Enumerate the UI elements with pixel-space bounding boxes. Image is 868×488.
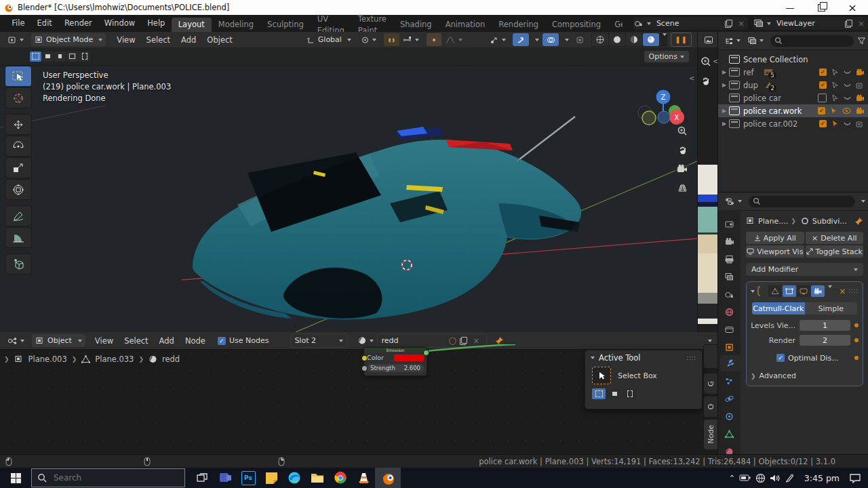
pen-icon[interactable] (785, 473, 795, 483)
tool-mode-set[interactable] (592, 388, 606, 399)
expand-icon[interactable]: ▶ (722, 82, 729, 88)
selectable-icon[interactable] (831, 94, 839, 102)
outliner-row-scene-collection[interactable]: Scene Collection (718, 53, 868, 66)
tab-particles[interactable] (718, 373, 741, 389)
overlays-toggle[interactable] (542, 33, 559, 46)
hide-viewport-icon[interactable] (844, 83, 851, 88)
tab-object-data[interactable] (718, 426, 741, 442)
taskbar-app-vlc[interactable] (352, 468, 375, 488)
image-editor-type-button[interactable] (701, 33, 717, 46)
tool-transform[interactable] (5, 179, 32, 200)
select-mode-subtract[interactable] (54, 52, 66, 62)
tool-scale[interactable] (5, 157, 32, 178)
select-box-tool-icon[interactable] (592, 367, 611, 384)
scene-selector[interactable]: Scene × (633, 17, 748, 30)
delete-all-button[interactable]: ×Delete All (806, 232, 864, 244)
menu-edit[interactable]: Edit (31, 15, 58, 32)
tab-scene[interactable] (718, 286, 741, 302)
panel-collapse-chevron[interactable] (751, 290, 755, 293)
viewport-options-button[interactable]: Options (644, 51, 689, 62)
tool-annotate[interactable] (5, 205, 32, 226)
optimal-decorator[interactable] (854, 356, 859, 360)
proportional-edit-toggle[interactable] (427, 33, 441, 46)
workspace-tab-compositing[interactable]: Compositing (545, 18, 608, 32)
breadcrumb-object[interactable]: Plane.003 (28, 354, 67, 364)
shader-type-dropdown[interactable]: Object (32, 334, 85, 347)
panel-drag-handle[interactable]: :::: (686, 355, 696, 361)
ortho-toggle-button[interactable] (674, 180, 690, 196)
workspace-tab-geometry-nodes[interactable]: Geometry Nod (608, 18, 623, 32)
taskbar-app-file-explorer[interactable] (306, 468, 329, 488)
expand-icon[interactable]: ▶ (722, 108, 729, 114)
color-input-socket[interactable] (361, 355, 368, 361)
outliner-row-police-car[interactable]: police car (718, 92, 868, 104)
tab-view-layer[interactable] (718, 268, 741, 285)
tool-mode-extend[interactable] (608, 388, 621, 399)
tab-physics[interactable] (718, 390, 741, 407)
copy-material-icon[interactable] (460, 337, 466, 344)
xray-toggle[interactable] (572, 33, 588, 46)
tool-rotate[interactable] (5, 136, 32, 157)
workspace-tab-rendering[interactable]: Rendering (492, 18, 545, 32)
camera-view-button[interactable] (674, 161, 690, 177)
network-globe-icon[interactable] (755, 473, 766, 483)
disable-render-icon[interactable] (856, 68, 865, 76)
new-scene-icon[interactable] (725, 20, 731, 27)
apply-all-button[interactable]: Apply All (746, 232, 804, 244)
menu-file[interactable]: File (5, 15, 31, 32)
close-button[interactable]: × (837, 0, 868, 15)
slot-dropdown[interactable]: Slot 2 (290, 333, 347, 348)
sidebar-tab-o[interactable]: O (703, 396, 717, 418)
taskbar-app-blender[interactable] (375, 468, 401, 488)
disable-render-icon[interactable] (856, 120, 865, 127)
taskbar-app-edge[interactable] (283, 468, 306, 488)
optimal-display-checkbox[interactable]: ✓ (776, 354, 785, 362)
zoom-button[interactable] (674, 123, 690, 139)
shader-editor-type-button[interactable] (4, 334, 28, 347)
modifier-delete-icon[interactable]: × (839, 287, 846, 296)
add-modifier-dropdown[interactable]: Add Modifier (746, 263, 863, 276)
show-gizmo-dropdown[interactable] (486, 33, 509, 46)
breadcrumb-modifier[interactable]: Subdivi... (812, 217, 847, 226)
transform-orientation-dropdown[interactable]: Global (303, 33, 355, 46)
levels-decorator[interactable] (854, 323, 859, 327)
select-mode-extend[interactable] (42, 52, 54, 62)
tool-mode-subtract[interactable] (623, 388, 637, 399)
exclude-checkbox[interactable]: ✓ (819, 68, 827, 76)
modifier-viewport-toggle[interactable] (797, 285, 810, 297)
workspace-tab-sculpting[interactable]: Sculpting (260, 18, 311, 32)
selectable-icon[interactable] (830, 107, 837, 115)
pan-button[interactable] (674, 142, 690, 158)
workspace-tab-modeling[interactable]: Modeling (212, 18, 260, 32)
outliner-row-ref[interactable]: ▶ ref 5 ✓ (718, 66, 868, 79)
tab-collection[interactable] (718, 321, 741, 338)
taskbar-app-chrome[interactable] (329, 468, 352, 488)
tray-expand-chevron[interactable]: ⌃ (729, 474, 735, 483)
strip-zoom-icon[interactable] (700, 56, 712, 68)
hide-viewport-icon[interactable] (844, 70, 851, 75)
outliner-row-dup[interactable]: ▶ dup 2 ✓ (718, 79, 868, 92)
shading-wireframe-button[interactable] (592, 33, 608, 46)
sh-menu-view[interactable]: View (90, 336, 119, 346)
selectable-icon[interactable] (831, 120, 839, 127)
tab-render[interactable] (718, 233, 741, 249)
strength-input-socket[interactable] (361, 365, 368, 371)
catmull-clark-tab[interactable]: Catmull-Clark (752, 302, 805, 314)
levels-render-field[interactable]: 2 (800, 335, 850, 346)
tool-select-box[interactable] (5, 66, 32, 87)
speaker-icon[interactable] (770, 474, 781, 483)
use-nodes-checkbox[interactable]: ✓ (218, 337, 226, 345)
outliner-display-mode[interactable] (721, 35, 744, 47)
mode-dropdown[interactable]: Object Mode (31, 33, 106, 46)
maximize-button[interactable] (806, 0, 837, 15)
task-view-button[interactable] (191, 468, 214, 488)
simple-tab[interactable]: Simple (805, 302, 858, 314)
breadcrumb-root-arrow[interactable]: ❯ (4, 356, 9, 363)
sidebar-tab-g[interactable]: G (703, 373, 717, 394)
sh-menu-node[interactable]: Node (180, 336, 211, 346)
gizmo-axis-z-neg[interactable] (656, 110, 671, 125)
active-tool-collapse-chevron[interactable] (591, 357, 595, 359)
shader-editor[interactable]: Object View Select Add Node ✓ Use Nodes … (0, 332, 717, 454)
tab-modifiers[interactable] (720, 355, 741, 371)
tab-constraints[interactable] (718, 408, 741, 424)
